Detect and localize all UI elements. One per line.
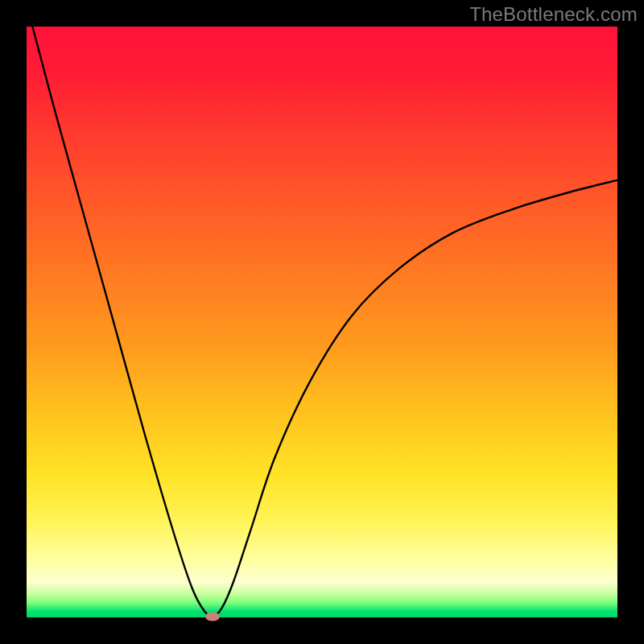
plot-area [27,27,617,617]
watermark-text: TheBottleneck.com [469,3,638,26]
optimal-point-marker [205,612,220,621]
chart-frame: TheBottleneck.com [0,0,644,644]
curve-path [32,27,617,617]
bottleneck-curve [27,27,617,617]
